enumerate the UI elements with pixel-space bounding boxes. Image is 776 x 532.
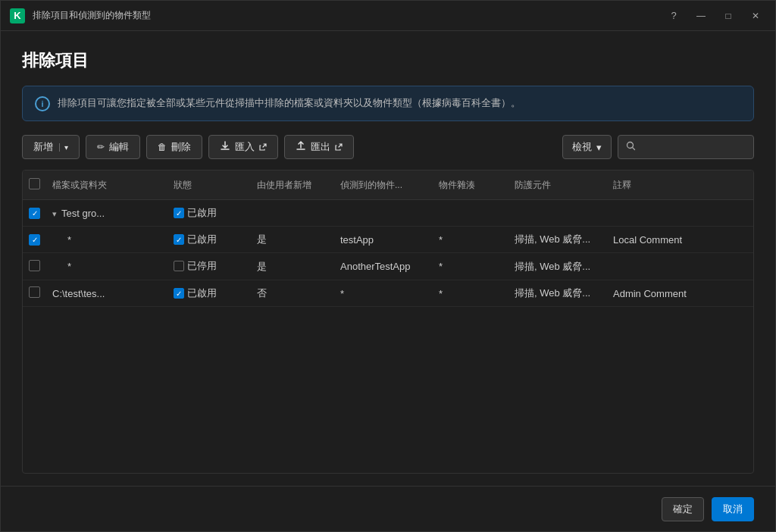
header-comment: 註釋 — [607, 171, 753, 200]
status-badge: 已啟用 — [174, 286, 217, 300]
import-icon — [220, 141, 230, 154]
row-checkbox-cell — [23, 200, 46, 227]
table-header-row: 檔案或資料夾 狀態 由使用者新增 偵測到的物件... 物件雜湊 — [23, 171, 753, 200]
status-text: 已啟用 — [187, 286, 217, 300]
file-text: Test gro... — [61, 208, 105, 219]
row-useradded: 是 — [251, 253, 334, 280]
row-protect — [508, 200, 607, 227]
file-text: * — [67, 261, 71, 272]
header-file: 檔案或資料夾 — [46, 171, 167, 200]
main-window: K 排除項目和偵測到的物件類型 ? — □ ✕ 排除項目 i 排除項目可讓您指定… — [0, 0, 776, 532]
row-detected — [334, 200, 433, 227]
row-checkbox-cell — [23, 227, 46, 253]
minimize-button[interactable]: — — [690, 5, 712, 27]
search-input[interactable] — [640, 142, 746, 153]
row-comment: Admin Comment — [607, 280, 753, 307]
cancel-button[interactable]: 取消 — [712, 497, 754, 521]
header-status: 狀態 — [167, 171, 251, 200]
search-icon — [626, 141, 636, 153]
delete-button[interactable]: 🗑 刪除 — [146, 135, 202, 159]
table-row: ▾Test gro...已啟用 — [23, 200, 753, 227]
row-detected: * — [334, 280, 433, 307]
row-objhash — [433, 200, 508, 227]
import-external-icon — [259, 143, 267, 151]
row-useradded: 是 — [251, 227, 334, 253]
row-objhash: * — [433, 280, 508, 307]
status-checkbox[interactable] — [174, 261, 184, 271]
add-dropdown-arrow-icon[interactable]: ▾ — [59, 143, 68, 152]
add-button[interactable]: 新增 ▾ — [22, 135, 80, 159]
row-status: 已啟用 — [167, 227, 251, 253]
header-detected: 偵測到的物件... — [334, 171, 433, 200]
file-text: C:\test\tes... — [52, 288, 105, 299]
content-area: 排除項目 i 排除項目可讓您指定被全部或某些元件從掃描中排除的檔案或資料夾以及物… — [1, 31, 775, 486]
table-row: *已啟用是testApp*掃描, Web 威脅...Local Comment — [23, 227, 753, 253]
info-text: 排除項目可讓您指定被全部或某些元件從掃描中排除的檔案或資料夾以及物件類型（根據病… — [58, 95, 521, 111]
footer-bar: 確定 取消 — [1, 486, 775, 531]
status-text: 已停用 — [187, 259, 217, 273]
row-checkbox[interactable] — [29, 260, 40, 271]
edit-button[interactable]: ✏ 編輯 — [86, 135, 140, 159]
view-button[interactable]: 檢視 ▾ — [562, 135, 612, 159]
file-text: * — [67, 234, 71, 246]
table-container: 檔案或資料夾 狀態 由使用者新增 偵測到的物件... 物件雜湊 — [22, 170, 754, 474]
row-status: 已啟用 — [167, 200, 251, 227]
table-row: C:\test\tes...已啟用否**掃描, Web 威脅...Admin C… — [23, 280, 753, 307]
edit-pencil-icon: ✏ — [97, 142, 105, 152]
row-protect: 掃描, Web 威脅... — [508, 280, 607, 307]
row-checkbox[interactable] — [29, 286, 40, 298]
exclusions-table: 檔案或資料夾 狀態 由使用者新增 偵測到的物件... 物件雜湊 — [23, 171, 753, 307]
status-badge: 已啟用 — [174, 206, 217, 220]
status-checkbox[interactable] — [174, 208, 184, 218]
window-title: 排除項目和偵測到的物件類型 — [33, 9, 663, 22]
status-checkbox[interactable] — [174, 288, 184, 299]
expand-icon[interactable]: ▾ — [52, 209, 57, 218]
select-all-checkbox[interactable] — [29, 178, 40, 189]
row-protect: 掃描, Web 威脅... — [508, 227, 607, 253]
maximize-button[interactable]: □ — [718, 5, 739, 27]
page-title: 排除項目 — [22, 49, 754, 72]
header-objhash: 物件雜湊 — [433, 171, 508, 200]
table-body: ▾Test gro...已啟用*已啟用是testApp*掃描, Web 威脅..… — [23, 200, 753, 307]
row-objhash: * — [433, 227, 508, 253]
row-comment — [607, 200, 753, 227]
help-button[interactable]: ? — [663, 5, 684, 27]
info-icon: i — [35, 96, 50, 111]
row-objhash: * — [433, 253, 508, 280]
row-file: C:\test\tes... — [46, 280, 167, 307]
export-external-icon — [335, 143, 343, 151]
search-box[interactable] — [618, 135, 754, 159]
status-badge: 已啟用 — [174, 233, 217, 246]
status-checkbox[interactable] — [174, 234, 184, 245]
row-comment: Local Comment — [607, 227, 753, 253]
toolbar: 新增 ▾ ✏ 編輯 🗑 刪除 匯入 匯出 — [22, 135, 754, 159]
row-file: * — [46, 253, 167, 280]
row-checkbox-cell — [23, 253, 46, 280]
window-controls: ? — □ ✕ — [663, 5, 766, 27]
row-useradded — [251, 200, 334, 227]
import-button[interactable]: 匯入 — [208, 135, 278, 159]
export-button[interactable]: 匯出 — [284, 135, 354, 159]
header-useradded: 由使用者新增 — [251, 171, 334, 200]
row-checkbox[interactable] — [29, 208, 40, 219]
row-detected: testApp — [334, 227, 433, 253]
status-text: 已啟用 — [187, 233, 217, 246]
row-checkbox-cell — [23, 280, 46, 307]
svg-point-0 — [627, 142, 634, 149]
confirm-button[interactable]: 確定 — [662, 497, 704, 521]
view-dropdown-arrow-icon: ▾ — [596, 142, 602, 153]
row-detected: AnotherTestApp — [334, 253, 433, 280]
table-row: *已停用是AnotherTestApp*掃描, Web 威脅... — [23, 253, 753, 280]
close-button[interactable]: ✕ — [745, 5, 766, 27]
row-file: ▾Test gro... — [46, 200, 167, 227]
status-text: 已啟用 — [187, 206, 217, 220]
row-file: * — [46, 227, 167, 253]
row-protect: 掃描, Web 威脅... — [508, 253, 607, 280]
row-checkbox[interactable] — [29, 234, 40, 246]
row-status: 已啟用 — [167, 280, 251, 307]
row-status: 已停用 — [167, 253, 251, 280]
status-badge: 已停用 — [174, 259, 217, 273]
row-useradded: 否 — [251, 280, 334, 307]
export-icon — [296, 141, 306, 154]
header-protect: 防護元件 — [508, 171, 607, 200]
